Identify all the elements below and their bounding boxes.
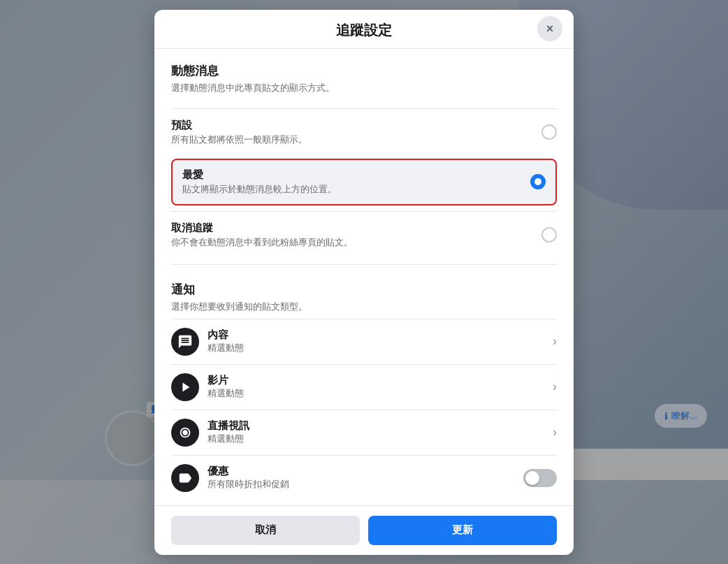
offers-icon (171, 464, 199, 492)
option-default-radio[interactable] (541, 124, 557, 140)
notif-live-text: 直播視訊 精選動態 (208, 419, 553, 445)
notif-video-label: 影片 (208, 374, 553, 387)
option-default-wrapper: 預設 所有貼文都將依照一般順序顯示。 (154, 108, 574, 156)
live-icon (171, 419, 199, 447)
notif-offers-sublabel: 所有限時折扣和促銷 (208, 478, 523, 491)
notif-video-text: 影片 精選動態 (208, 374, 553, 400)
modal-overlay: 追蹤設定 × 動態消息 選擇動態消息中此專頁貼文的顯示方式。 預設 所有貼文都將… (0, 0, 728, 564)
notif-content-text: 內容 精選動態 (208, 328, 553, 354)
modal-title: 追蹤設定 (336, 21, 392, 40)
notif-content-sublabel: 精選動態 (208, 342, 553, 354)
newsfeed-title: 動態消息 (171, 63, 557, 79)
modal-header: 追蹤設定 × (154, 10, 574, 49)
update-button[interactable]: 更新 (368, 516, 557, 545)
option-unfollow-desc: 你不會在動態消息中看到此粉絲專頁的貼文。 (171, 236, 353, 249)
live-arrow-icon: › (553, 425, 557, 440)
notif-item-content[interactable]: 內容 精選動態 › (171, 319, 557, 364)
close-button[interactable]: × (537, 16, 562, 41)
notif-live-sublabel: 精選動態 (208, 433, 553, 445)
option-unfollow-label: 取消追蹤 (171, 222, 353, 235)
option-default[interactable]: 預設 所有貼文都將依照一般順序顯示。 (171, 108, 557, 156)
notif-item-live[interactable]: 直播視訊 精選動態 › (171, 410, 557, 455)
notif-offers-label: 優惠 (208, 465, 523, 478)
modal-body[interactable]: 動態消息 選擇動態消息中此專頁貼文的顯示方式。 預設 所有貼文都將依照一般順序顯… (154, 49, 574, 505)
option-default-label: 預設 (171, 119, 307, 132)
offers-toggle[interactable] (523, 469, 557, 487)
modal-footer: 取消 更新 (154, 505, 574, 555)
notif-item-offers[interactable]: 優惠 所有限時折扣和促銷 (171, 455, 557, 500)
option-unfollow-wrapper: 取消追蹤 你不會在動態消息中看到此粉絲專頁的貼文。 (154, 211, 574, 259)
notif-item-video[interactable]: 影片 精選動態 › (171, 364, 557, 410)
option-unfollow-content: 取消追蹤 你不會在動態消息中看到此粉絲專頁的貼文。 (171, 222, 353, 249)
option-unfollow-radio[interactable] (541, 227, 557, 243)
option-favorite-desc: 貼文將顯示於動態消息較上方的位置。 (182, 183, 337, 196)
newsfeed-section: 動態消息 選擇動態消息中此專頁貼文的顯示方式。 (154, 49, 574, 108)
cancel-button[interactable]: 取消 (171, 516, 360, 545)
option-default-content: 預設 所有貼文都將依照一般順序顯示。 (171, 119, 307, 146)
option-default-desc: 所有貼文都將依照一般順序顯示。 (171, 133, 307, 146)
notification-subtitle: 選擇你想要收到通知的貼文類型。 (171, 301, 557, 313)
notification-title: 通知 (171, 282, 557, 298)
tracking-settings-modal: 追蹤設定 × 動態消息 選擇動態消息中此專頁貼文的顯示方式。 預設 所有貼文都將… (154, 10, 574, 555)
offers-toggle-track[interactable] (523, 469, 557, 487)
option-favorite-label: 最愛 (182, 168, 337, 182)
offers-toggle-thumb (525, 471, 539, 485)
svg-point-0 (182, 430, 187, 435)
video-icon (171, 373, 199, 401)
notif-video-sublabel: 精選動態 (208, 387, 553, 400)
option-unfollow[interactable]: 取消追蹤 你不會在動態消息中看到此粉絲專頁的貼文。 (171, 211, 557, 259)
option-favorite[interactable]: 最愛 貼文將顯示於動態消息較上方的位置。 (171, 159, 557, 205)
option-favorite-radio[interactable] (530, 174, 546, 189)
content-icon (171, 328, 199, 356)
notif-offers-text: 優惠 所有限時折扣和促銷 (208, 465, 523, 491)
video-arrow-icon: › (553, 379, 557, 394)
option-favorite-wrapper: 最愛 貼文將顯示於動態消息較上方的位置。 (154, 156, 574, 211)
notif-content-label: 內容 (208, 328, 553, 342)
notif-live-label: 直播視訊 (208, 419, 553, 433)
notification-section: 通知 選擇你想要收到通知的貼文類型。 內容 精選動態 › (154, 270, 574, 505)
content-arrow-icon: › (553, 334, 557, 349)
option-favorite-content: 最愛 貼文將顯示於動態消息較上方的位置。 (182, 168, 337, 196)
section-divider-1 (171, 264, 557, 265)
newsfeed-subtitle: 選擇動態消息中此專頁貼文的顯示方式。 (171, 82, 557, 94)
